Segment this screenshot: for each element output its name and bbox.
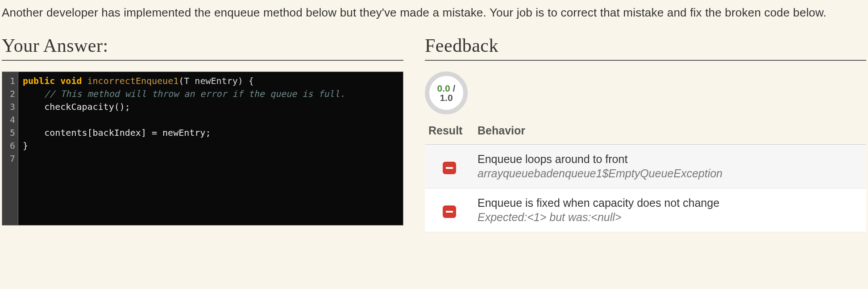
behavior-title: Enqueue loops around to front [478,152,863,167]
score-total: 1.0 [440,92,453,103]
code-text: checkCapacity(); [44,101,130,112]
behavior-title: Enqueue is fixed when capacity does not … [478,196,863,210]
answer-column: Your Answer: 1 2 3 4 5 6 7 public void i… [2,35,403,232]
code-comment: // This method will throw an error if th… [44,88,345,99]
line-number: 5 [5,126,15,139]
code-text: } [23,140,28,151]
code-area[interactable]: public void incorrectEnqueue1(T newEntry… [18,72,403,225]
feedback-table: Result Behavior Enqueue loops around to … [425,119,866,232]
code-keyword: void [60,75,82,86]
score-sep: / [450,83,456,93]
code-function: incorrectEnqueue1 [87,75,179,86]
line-number: 2 [5,88,15,101]
answer-heading: Your Answer: [2,35,403,61]
svg-rect-0 [446,167,453,169]
feedback-column: Feedback 0.0 / 1.0 Result Behavior [425,35,866,232]
line-number: 1 [5,75,15,88]
feedback-heading: Feedback [425,35,866,61]
svg-rect-1 [446,211,453,213]
line-number: 7 [5,152,15,165]
line-number: 4 [5,113,15,126]
col-result: Result [425,119,474,145]
score-earned: 0.0 [437,83,450,93]
prompt-text: Another developer has implemented the en… [2,4,866,21]
fail-icon [443,162,456,174]
table-row: Enqueue is fixed when capacity does not … [425,188,866,232]
code-text: ( [179,75,184,86]
behavior-detail: Expected:<1> but was:<null> [478,210,863,225]
code-editor[interactable]: 1 2 3 4 5 6 7 public void incorrectEnque… [2,71,403,226]
fail-icon [443,205,456,218]
score-badge: 0.0 / 1.0 [425,71,468,114]
code-text: contents[backIndex] = newEntry; [44,127,211,138]
line-number: 3 [5,101,15,113]
behavior-detail: arrayqueuebadenqueue1$EmptyQueueExceptio… [478,166,863,181]
code-keyword: public [23,75,55,86]
line-number: 6 [5,139,15,152]
table-row: Enqueue loops around to front arrayqueue… [425,144,866,188]
code-type: T [184,75,189,86]
code-text: newEntry) { [189,75,254,86]
col-behavior: Behavior [474,119,866,145]
code-gutter: 1 2 3 4 5 6 7 [2,72,18,225]
